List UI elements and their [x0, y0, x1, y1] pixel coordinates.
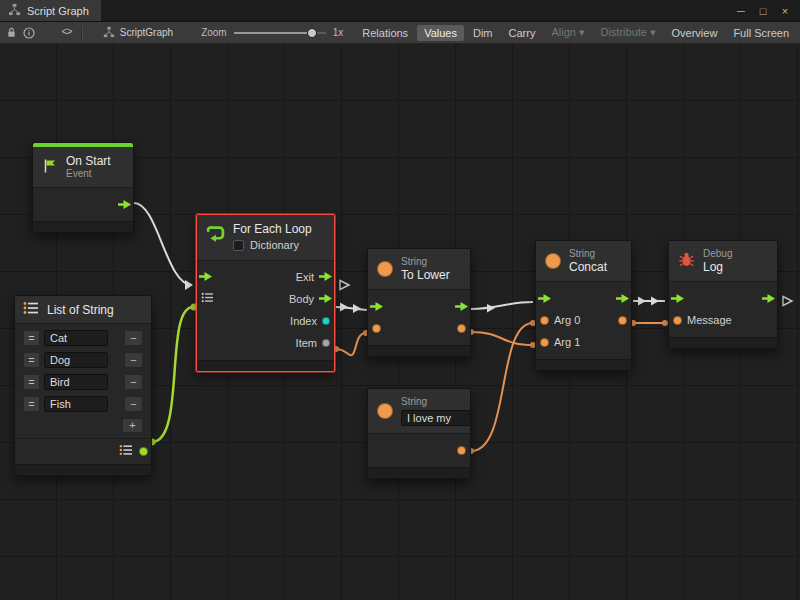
list-output-port[interactable] [139, 447, 148, 456]
node-to-lower[interactable]: String To Lower [367, 248, 471, 357]
overview-button[interactable]: Overview [665, 25, 725, 41]
node-title: To Lower [401, 268, 450, 282]
node-string-literal[interactable]: String [367, 388, 471, 479]
info-icon[interactable] [21, 24, 36, 42]
string-value-input[interactable] [401, 410, 471, 426]
code-toggle-icon[interactable]: <> [59, 24, 74, 42]
list-item-input[interactable] [44, 396, 108, 412]
window-title: Script Graph [27, 5, 89, 17]
drag-handle[interactable]: = [23, 330, 40, 346]
wire-onstart-foreach[interactable] [134, 203, 192, 285]
string-input-port[interactable] [372, 324, 381, 333]
tab-script-graph[interactable]: Script Graph [0, 0, 101, 21]
list-item-input[interactable] [44, 352, 108, 368]
graph-canvas[interactable]: On Start Event List of String [0, 44, 800, 600]
node-on-start[interactable]: On Start Event [32, 142, 134, 233]
zoom-slider-handle[interactable] [307, 28, 317, 38]
node-footer [15, 464, 151, 475]
port-label: Index [290, 315, 317, 327]
node-title: Concat [569, 260, 607, 274]
body-output-port[interactable] [319, 294, 332, 303]
collection-input-port[interactable] [201, 292, 214, 306]
align-dropdown[interactable]: Align ▾ [544, 24, 591, 41]
wire-body-tolower[interactable] [336, 307, 367, 310]
carry-button[interactable]: Carry [502, 25, 543, 41]
item-output-port[interactable] [322, 339, 330, 347]
node-subtitle: Event [66, 168, 111, 180]
node-footer [197, 360, 334, 371]
list-item-row: = − [15, 327, 151, 349]
wire-arrowhead-icon [185, 280, 193, 290]
chevron-down-icon: ▾ [650, 26, 656, 38]
drag-handle[interactable]: = [23, 352, 40, 368]
result-output-port[interactable] [457, 446, 466, 455]
wire-arrowhead-icon [353, 304, 361, 313]
string-type-icon [377, 403, 393, 419]
message-input-port[interactable] [673, 316, 682, 325]
lock-icon[interactable] [4, 24, 19, 42]
flow-input-port[interactable] [538, 294, 551, 303]
bug-icon [678, 251, 695, 271]
wire-item-tolower[interactable] [336, 333, 366, 355]
port-label: Body [289, 293, 314, 305]
remove-item-button[interactable]: − [124, 396, 143, 412]
fullscreen-button[interactable]: Full Screen [726, 25, 796, 41]
node-footer [669, 337, 777, 348]
zoom-slider[interactable] [234, 27, 326, 39]
node-footer [368, 467, 470, 478]
maximize-button[interactable]: □ [754, 3, 772, 19]
node-list-of-string[interactable]: List of String = − = − = − = − [14, 295, 152, 476]
graph-selector[interactable]: ScriptGraph [89, 26, 181, 40]
unconnected-port-icon [340, 281, 349, 290]
loop-icon [206, 224, 225, 246]
node-footer [536, 359, 631, 370]
wire-literal-arg0[interactable] [471, 323, 533, 451]
graph-icon [103, 26, 115, 40]
toolbar-separator [81, 26, 82, 40]
list-icon [23, 301, 39, 318]
flow-output-port[interactable] [616, 294, 629, 303]
flow-input-port[interactable] [370, 302, 383, 311]
flow-input-port[interactable] [199, 272, 212, 281]
arg0-input-port[interactable] [540, 316, 549, 325]
node-debug-log[interactable]: Debug Log Message [668, 240, 778, 349]
add-item-button[interactable]: + [122, 418, 143, 433]
node-footer [368, 345, 470, 356]
zoom-label: Zoom [201, 27, 227, 38]
wire-tolower-concat[interactable] [471, 302, 533, 309]
values-button[interactable]: Values [417, 25, 464, 41]
list-item-input[interactable] [44, 374, 108, 390]
minimize-button[interactable]: ─ [732, 3, 750, 19]
dim-button[interactable]: Dim [466, 25, 500, 41]
remove-item-button[interactable]: − [124, 374, 143, 390]
node-for-each-loop[interactable]: For Each Loop Dictionary Exit [196, 214, 335, 372]
index-output-port[interactable] [322, 317, 330, 325]
flow-input-port[interactable] [671, 294, 684, 303]
node-kind: String [401, 396, 471, 408]
flow-output-port[interactable] [455, 302, 468, 311]
flow-output-port[interactable] [118, 200, 131, 209]
drag-handle[interactable]: = [23, 374, 40, 390]
exit-output-port[interactable] [319, 272, 332, 281]
zoom-slider-fill [234, 32, 312, 34]
relations-button[interactable]: Relations [355, 25, 415, 41]
node-concat[interactable]: String Concat Arg 0 [535, 240, 632, 371]
wire-list-foreach[interactable] [152, 307, 193, 442]
port-label: Arg 0 [554, 314, 580, 326]
node-kind: String [401, 256, 450, 268]
dictionary-checkbox[interactable] [233, 240, 244, 251]
distribute-dropdown[interactable]: Distribute ▾ [593, 24, 662, 41]
node-title: For Each Loop [233, 222, 312, 236]
flow-output-port[interactable] [762, 294, 775, 303]
result-output-port[interactable] [457, 324, 466, 333]
node-title: Log [703, 260, 732, 274]
result-output-port[interactable] [618, 316, 627, 325]
list-item-input[interactable] [44, 330, 108, 346]
close-button[interactable]: × [776, 3, 794, 19]
remove-item-button[interactable]: − [124, 330, 143, 346]
arg1-input-port[interactable] [540, 338, 549, 347]
wire-tolower-arg1[interactable] [471, 332, 533, 345]
node-title: List of String [47, 303, 114, 317]
drag-handle[interactable]: = [23, 396, 40, 412]
remove-item-button[interactable]: − [124, 352, 143, 368]
